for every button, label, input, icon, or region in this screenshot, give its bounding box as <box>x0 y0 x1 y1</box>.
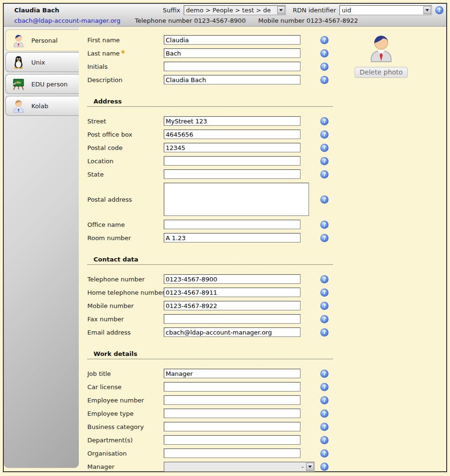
field-label-home-telephone-number: Home telephone number <box>87 289 164 296</box>
postal-address-textarea[interactable] <box>164 183 309 216</box>
manager-dropdown-button[interactable] <box>306 463 314 471</box>
help-icon[interactable]: ? <box>320 221 328 229</box>
sidebar-tab-edu-person[interactable]: abcEDU person <box>5 74 79 94</box>
help-icon[interactable]: ? <box>320 63 328 71</box>
field-label-text: Mobile number <box>87 302 134 309</box>
help-icon[interactable]: ? <box>320 157 328 165</box>
field-label-car-license: Car license <box>87 383 164 391</box>
chevron-down-icon <box>279 9 283 11</box>
field-label-room-number: Room number <box>87 234 164 242</box>
help-icon[interactable]: ? <box>320 76 328 84</box>
field-label-text: Fax number <box>87 316 124 323</box>
form-row-department-s-: Department(s)? <box>87 433 446 447</box>
field-label-text: Email address <box>87 329 131 336</box>
state-input[interactable] <box>164 169 300 179</box>
help-icon[interactable]: ? <box>320 396 328 404</box>
field-label-text: Last name <box>87 50 120 57</box>
telephone-number-input[interactable] <box>164 274 300 284</box>
help-icon[interactable]: ? <box>320 370 328 378</box>
help-icon[interactable]: ? <box>320 170 328 178</box>
last-name-input[interactable] <box>164 48 300 58</box>
chalkboard-icon: abc <box>11 77 26 91</box>
personal-form: First name?Last name✱?Initials?Descripti… <box>87 33 446 473</box>
field-label-text: Car license <box>87 383 122 391</box>
job-title-input[interactable] <box>164 369 300 378</box>
field-label-text: First name <box>87 37 120 44</box>
organisation-input[interactable] <box>164 448 300 458</box>
department-s--input[interactable] <box>164 435 300 445</box>
content: First name?Last name✱?Initials?Descripti… <box>79 27 446 471</box>
header-telephone: Telephone number 0123-4567-8900 <box>135 17 246 24</box>
form-row-organisation: Organisation? <box>87 447 446 460</box>
form-row-room-number: Room number? <box>87 231 446 244</box>
help-icon[interactable]: ? <box>320 315 328 323</box>
field-label-text: Department(s) <box>87 437 133 444</box>
office-name-input[interactable] <box>164 220 300 229</box>
room-number-input[interactable] <box>164 233 300 243</box>
field-label-manager: Manager <box>87 463 164 470</box>
help-icon[interactable]: ? <box>320 131 328 139</box>
suffix-dropdown-button[interactable] <box>277 6 285 14</box>
help-icon[interactable]: ? <box>320 436 328 444</box>
suffix-select-value: demo > People > test > de <box>184 7 277 14</box>
manager-select[interactable]: - <box>164 462 315 472</box>
help-icon[interactable]: ? <box>320 196 328 204</box>
field-label-description: Description <box>87 76 164 84</box>
car-license-input[interactable] <box>164 382 300 392</box>
help-icon[interactable]: ? <box>435 6 443 14</box>
help-icon[interactable]: ? <box>320 328 328 336</box>
sidebar-tab-personal[interactable]: Personal <box>5 29 79 51</box>
rdn-select-value: uid <box>340 7 423 14</box>
form-row-employee-type: Employee type? <box>87 407 446 420</box>
help-icon[interactable]: ? <box>320 289 328 297</box>
field-label-text: Room number <box>87 234 131 242</box>
help-icon[interactable]: ? <box>320 463 328 471</box>
help-icon[interactable]: ? <box>320 410 328 418</box>
field-label-text: Postal code <box>87 144 122 151</box>
header-controls: Suffix demo > People > test > de RDN ide… <box>163 5 443 15</box>
sidebar-tab-kolab[interactable]: Kolab <box>5 96 79 116</box>
email-link[interactable]: cbach@ldap-account-manager.org <box>14 17 121 24</box>
field-label-organisation: Organisation <box>87 450 164 457</box>
help-icon[interactable]: ? <box>320 234 328 242</box>
help-icon[interactable]: ? <box>320 423 328 431</box>
field-label-employee-type: Employee type <box>87 410 164 417</box>
employee-number-input[interactable] <box>164 395 300 405</box>
tab-label: EDU person <box>31 81 67 88</box>
home-telephone-number-input[interactable] <box>164 288 300 297</box>
suffix-select[interactable]: demo > People > test > de <box>184 5 286 15</box>
kolab-person-icon <box>11 99 26 113</box>
help-icon[interactable]: ? <box>320 383 328 391</box>
field-label-text: Employee number <box>87 397 144 404</box>
help-icon[interactable]: ? <box>320 275 328 283</box>
location-input[interactable] <box>164 156 300 166</box>
help-icon[interactable]: ? <box>320 36 328 44</box>
fax-number-input[interactable] <box>164 314 300 324</box>
street-input[interactable] <box>164 116 300 126</box>
field-label-text: Location <box>87 158 113 165</box>
form-row-post-office-box: Post office box? <box>87 128 446 141</box>
chevron-down-icon <box>308 466 312 468</box>
help-icon[interactable]: ? <box>320 117 328 125</box>
first-name-input[interactable] <box>164 35 300 45</box>
field-label-job-title: Job title <box>87 370 164 377</box>
email-address-input[interactable] <box>164 327 300 337</box>
help-icon[interactable]: ? <box>320 144 328 152</box>
photo-area: Delete photo <box>350 32 412 78</box>
delete-photo-button[interactable]: Delete photo <box>355 67 408 78</box>
mobile-number-input[interactable] <box>164 301 300 310</box>
sidebar-tab-unix[interactable]: Unix <box>5 52 79 72</box>
postal-code-input[interactable] <box>164 143 300 152</box>
rdn-dropdown-button[interactable] <box>423 6 431 14</box>
field-label-street: Street <box>87 118 164 125</box>
help-icon[interactable]: ? <box>320 302 328 310</box>
description-input[interactable] <box>164 75 300 84</box>
rdn-select[interactable]: uid <box>339 5 432 15</box>
header-row-2: cbach@ldap-account-manager.org Telephone… <box>4 17 446 26</box>
help-icon[interactable]: ? <box>320 449 328 457</box>
help-icon[interactable]: ? <box>320 49 328 57</box>
employee-type-input[interactable] <box>164 409 300 418</box>
initials-input[interactable] <box>164 62 300 71</box>
post-office-box-input[interactable] <box>164 130 300 139</box>
business-category-input[interactable] <box>164 422 300 431</box>
